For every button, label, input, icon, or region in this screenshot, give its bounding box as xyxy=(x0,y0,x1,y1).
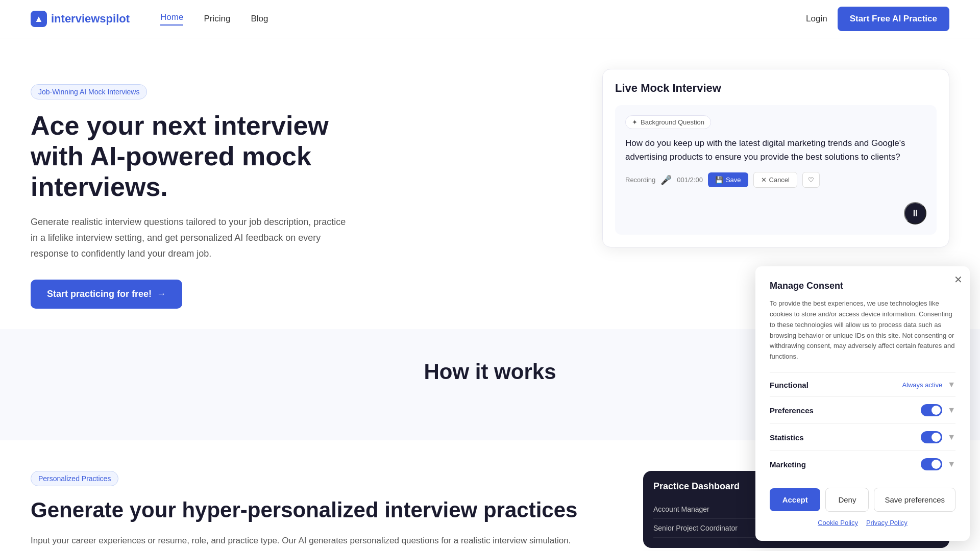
login-button[interactable]: Login xyxy=(806,14,827,24)
heart-icon: ♡ xyxy=(808,176,814,184)
consent-preferences-row: Preferences ▼ xyxy=(770,396,955,423)
hero-cta-button[interactable]: Start practicing for free! → xyxy=(31,280,182,309)
nav-links: Home Pricing Blog xyxy=(160,12,806,26)
privacy-policy-link[interactable]: Privacy Policy xyxy=(866,519,908,527)
consent-description: To provide the best experiences, we use … xyxy=(770,298,955,362)
statistics-toggle[interactable] xyxy=(921,431,942,443)
marketing-toggle[interactable] xyxy=(921,458,942,470)
consent-title: Manage Consent xyxy=(770,281,955,291)
preferences-chevron[interactable]: ▼ xyxy=(947,406,955,415)
logo[interactable]: ▲ interviewspilot xyxy=(31,11,130,27)
accept-button[interactable]: Accept xyxy=(770,488,820,511)
cookie-policy-link[interactable]: Cookie Policy xyxy=(818,519,858,527)
personalized-title: Generate your hyper-personalized intervi… xyxy=(31,497,612,523)
statistics-chevron[interactable]: ▼ xyxy=(947,433,955,442)
personalized-badge: Personalized Practices xyxy=(31,471,118,486)
marketing-right: ▼ xyxy=(921,458,955,470)
functional-right: Always active ▼ xyxy=(902,380,955,389)
save-icon: 💾 xyxy=(715,176,723,184)
preferences-right: ▼ xyxy=(921,404,955,416)
nav-right: Login Start Free AI Practice xyxy=(806,7,949,31)
cancel-recording-button[interactable]: ✕ Cancel xyxy=(753,172,797,188)
nav-home[interactable]: Home xyxy=(160,12,183,26)
preferences-label: Preferences xyxy=(770,406,814,415)
always-active-label: Always active xyxy=(902,381,942,389)
favorite-button[interactable]: ♡ xyxy=(802,172,820,188)
hero-right: Live Mock Interview ✦ Background Questio… xyxy=(602,69,949,247)
timer: 001/2:00 xyxy=(677,176,703,184)
consent-modal: ✕ Manage Consent To provide the best exp… xyxy=(755,266,970,541)
pause-icon: ⏸ xyxy=(911,208,920,219)
personalized-left: Personalized Practices Generate your hyp… xyxy=(31,471,612,551)
start-free-button[interactable]: Start Free AI Practice xyxy=(838,7,949,31)
preferences-toggle[interactable] xyxy=(921,404,942,416)
hero-description: Generate realistic interview questions t… xyxy=(31,214,347,261)
save-recording-button[interactable]: 💾 Save xyxy=(708,172,748,187)
mock-inner: ✦ Background Question How do you keep up… xyxy=(615,105,937,235)
nav-blog[interactable]: Blog xyxy=(251,14,268,24)
hero-left: Job-Winning AI Mock Interviews Ace your … xyxy=(31,69,582,309)
question-text: How do you keep up with the latest digit… xyxy=(625,136,926,164)
marketing-label: Marketing xyxy=(770,460,806,469)
statistics-right: ▼ xyxy=(921,431,955,443)
logo-text: interviewspilot xyxy=(51,12,130,26)
personalized-description: Input your career experiences or resume,… xyxy=(31,534,612,548)
consent-statistics-row: Statistics ▼ xyxy=(770,423,955,450)
cancel-icon: ✕ xyxy=(761,176,767,184)
marketing-chevron[interactable]: ▼ xyxy=(947,460,955,469)
deny-button[interactable]: Deny xyxy=(825,488,869,512)
hero-badge: Job-Winning AI Mock Interviews xyxy=(31,84,147,99)
recording-label: Recording xyxy=(625,176,655,184)
consent-actions: Accept Deny Save preferences xyxy=(770,488,955,512)
consent-marketing-row: Marketing ▼ xyxy=(770,450,955,478)
consent-overlay: ✕ Manage Consent To provide the best exp… xyxy=(745,256,980,551)
mic-icon: 🎤 xyxy=(660,174,672,186)
consent-close-button[interactable]: ✕ xyxy=(954,273,963,286)
hero-title: Ace your next interview with AI-powered … xyxy=(31,111,378,202)
navbar: ▲ interviewspilot Home Pricing Blog Logi… xyxy=(0,0,980,38)
mock-card-title: Live Mock Interview xyxy=(615,82,937,95)
mock-interview-card: Live Mock Interview ✦ Background Questio… xyxy=(602,69,949,247)
functional-chevron[interactable]: ▼ xyxy=(947,380,955,389)
nav-pricing[interactable]: Pricing xyxy=(204,14,230,24)
save-preferences-button[interactable]: Save preferences xyxy=(874,488,955,512)
pause-button[interactable]: ⏸ xyxy=(904,202,926,224)
logo-icon: ▲ xyxy=(31,11,47,27)
recording-bar: Recording 🎤 001/2:00 💾 Save ✕ Cancel ♡ xyxy=(625,172,926,188)
consent-links: Cookie Policy Privacy Policy xyxy=(770,519,955,527)
question-badge: ✦ Background Question xyxy=(625,115,711,129)
functional-label: Functional xyxy=(770,381,808,389)
statistics-label: Statistics xyxy=(770,433,804,442)
consent-functional-row: Functional Always active ▼ xyxy=(770,372,955,396)
